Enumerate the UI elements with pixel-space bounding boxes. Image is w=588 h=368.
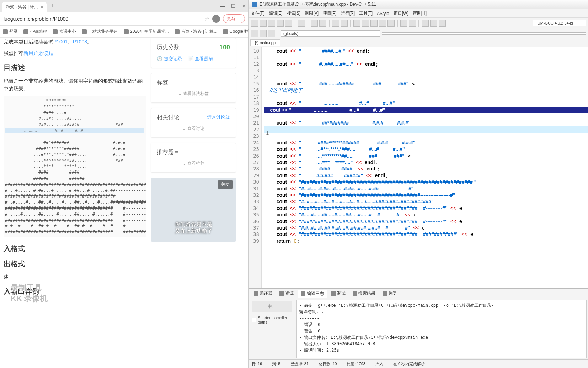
discuss-expand[interactable]: ⌄ 查看讨论 bbox=[157, 126, 230, 132]
menu-astyle[interactable]: AStyle bbox=[377, 11, 389, 16]
menu-project[interactable]: 项目[P] bbox=[323, 10, 337, 16]
compiler-selector[interactable]: TDM-GCC 4.9.2 64-bi bbox=[533, 20, 586, 26]
bookmark-item[interactable]: Google 翻译 bbox=[223, 28, 253, 35]
toolbar-sep bbox=[278, 30, 278, 37]
devcpp-app-icon bbox=[252, 2, 257, 7]
run-icon[interactable] bbox=[362, 20, 369, 27]
url-text[interactable]: luogu.com.cn/problem/P1000 bbox=[4, 16, 202, 22]
save-all-icon[interactable] bbox=[277, 20, 284, 27]
bookmark-goto-icon[interactable] bbox=[268, 30, 275, 37]
tab-close[interactable]: 关闭 bbox=[380, 290, 400, 297]
profile-avatar-icon[interactable] bbox=[212, 15, 220, 23]
bookmark-item[interactable]: 小猿编程 bbox=[23, 28, 47, 35]
profile-icon[interactable] bbox=[400, 20, 407, 27]
problem-sidebar: 历史分数100 🕑 提交记录 📄 查看题解 标签 ⌄ 查看算法标签 相关讨论进入… bbox=[149, 38, 237, 368]
debug-icon[interactable] bbox=[387, 20, 395, 27]
status-bar: 行: 19 列: 5 已选择: 81 总行数: 40 长度: 1793 插入 在… bbox=[249, 359, 588, 368]
tool2-icon[interactable] bbox=[430, 20, 437, 27]
tags-expand[interactable]: ⌄ 查看算法标签 bbox=[157, 91, 230, 97]
shorten-paths-checkbox[interactable]: Shorten compiler paths bbox=[252, 316, 292, 324]
menu-tools[interactable]: 工具[T] bbox=[359, 10, 373, 16]
try-next-text: 完成本题目后继续尝试P1001、P1008。 bbox=[4, 38, 146, 46]
compile-log-text[interactable]: - 命令: g++.exe "E:\赖源劲工作目录\C++代码\devcpp\m… bbox=[296, 300, 587, 358]
chrome-update-button[interactable]: 更新⋮ bbox=[223, 14, 245, 23]
menu-view[interactable]: 视图[V] bbox=[305, 10, 319, 16]
browser-tab[interactable]: 游戏 - 洛谷 | 计... × bbox=[2, 2, 47, 12]
ad-banner[interactable]: 关闭 你们洛谷是不是 又在上新功能了 bbox=[151, 178, 236, 242]
tab-close-icon[interactable]: × bbox=[41, 5, 43, 10]
minimize-icon[interactable]: — bbox=[220, 3, 225, 9]
address-bar: luogu.com.cn/problem/P1000 ☆ 更新⋮ bbox=[0, 12, 248, 26]
print-icon[interactable] bbox=[298, 20, 305, 27]
compile-run-icon[interactable] bbox=[370, 20, 378, 27]
link-p1001[interactable]: P1001 bbox=[53, 39, 68, 44]
tab-search-results[interactable]: 搜索结果 bbox=[350, 290, 378, 297]
bookmark-item[interactable]: 一站式业务平台 bbox=[82, 28, 118, 35]
resources-tab-icon bbox=[279, 291, 284, 296]
tab-compiler[interactable]: 编译器 bbox=[251, 290, 275, 297]
bookmark-star-icon[interactable]: ☆ bbox=[204, 15, 209, 22]
menu-file[interactable]: 文件[F] bbox=[251, 10, 264, 16]
bookmark-icon bbox=[3, 29, 8, 34]
code-editor[interactable]: 10 11 12 13 14 15 16 17 18 19 20 21 22 2… bbox=[249, 47, 588, 288]
menu-edit[interactable]: 编辑[E] bbox=[269, 10, 283, 16]
problem-main: 完成本题目后继续尝试P1001、P1008。 强烈推荐新用户必读贴 目描述 玛丽… bbox=[0, 38, 149, 368]
tab-compile-log[interactable]: 编译日志 bbox=[298, 290, 327, 298]
close-file-icon[interactable] bbox=[285, 20, 292, 27]
rebuild-icon[interactable] bbox=[379, 20, 386, 27]
file-tab-main[interactable]: [*] main.cpp bbox=[250, 39, 280, 46]
new-file-icon[interactable] bbox=[251, 20, 258, 27]
status-parse: 在 0 秒内完成解析 bbox=[393, 361, 425, 367]
tab-resources[interactable]: 资源 bbox=[277, 290, 296, 297]
redo-icon[interactable] bbox=[319, 20, 326, 27]
toolbar-sep bbox=[350, 20, 351, 27]
bookmark-item[interactable]: 2020年春季新课堂... bbox=[124, 28, 169, 35]
output-panel: 编译器 资源 编译日志 调试 搜索结果 关闭 中止 Shorten compil… bbox=[249, 288, 588, 359]
bookmark-item[interactable]: 登录 bbox=[3, 28, 18, 35]
window-controls: — ☐ ✕ bbox=[220, 3, 246, 9]
score-value: 100 bbox=[219, 44, 230, 51]
open-icon[interactable] bbox=[260, 20, 267, 27]
bookmark-item[interactable]: 嘉课中心 bbox=[53, 28, 76, 35]
devcpp-titlebar: E:\赖源劲工作目录\C++代码\devcpp\main.cpp - Dev-C… bbox=[249, 0, 588, 9]
globals-selector[interactable]: (globals) bbox=[281, 30, 380, 37]
link-solution[interactable]: 📄 查看题解 bbox=[188, 56, 214, 62]
new-tab-button[interactable]: + bbox=[50, 2, 54, 10]
ad-close-button[interactable]: 关闭 bbox=[218, 180, 233, 189]
goto-icon[interactable] bbox=[251, 30, 258, 37]
menu-search[interactable]: 搜索[S] bbox=[287, 10, 301, 16]
output-tabs: 编译器 资源 编译日志 调试 搜索结果 关闭 bbox=[249, 289, 588, 298]
save-icon[interactable] bbox=[268, 20, 275, 27]
link-mustread[interactable]: 新用户必读贴 bbox=[23, 50, 53, 56]
bookmark-icon bbox=[223, 29, 228, 34]
shorten-check-input[interactable] bbox=[252, 318, 256, 322]
abort-button[interactable]: 中止 bbox=[252, 301, 292, 312]
tab-debug[interactable]: 调试 bbox=[328, 290, 348, 297]
code-area[interactable]: cout << " ####....#." << endl; cout << "… bbox=[262, 47, 588, 288]
compile-icon[interactable] bbox=[353, 20, 360, 27]
class-selector[interactable] bbox=[382, 32, 586, 35]
maximize-icon[interactable]: ☐ bbox=[231, 3, 236, 9]
tool3-icon[interactable] bbox=[439, 20, 446, 27]
discuss-enter-link[interactable]: 进入讨论版 bbox=[207, 114, 230, 120]
menu-window[interactable]: 窗口[W] bbox=[394, 10, 408, 16]
output-controls: 中止 Shorten compiler paths bbox=[249, 298, 295, 359]
delete-icon[interactable] bbox=[409, 20, 416, 27]
menu-help[interactable]: 帮助[H] bbox=[413, 10, 427, 16]
status-total-lines: 总行数: 40 bbox=[319, 361, 337, 367]
replace-icon[interactable] bbox=[341, 20, 348, 27]
link-submit-record[interactable]: 🕑 提交记录 bbox=[157, 56, 182, 62]
bookmark-toggle-icon[interactable] bbox=[260, 30, 267, 37]
undo-icon[interactable] bbox=[311, 20, 318, 27]
page-content: 完成本题目后继续尝试P1001、P1008。 强烈推荐新用户必读贴 目描述 玛丽… bbox=[0, 38, 248, 368]
recommend-expand[interactable]: ⌄ 查看推荐 bbox=[157, 161, 230, 167]
tool1-icon[interactable] bbox=[422, 20, 429, 27]
link-p1008[interactable]: P1008 bbox=[73, 39, 87, 44]
find-icon[interactable] bbox=[332, 20, 339, 27]
close-icon[interactable]: ✕ bbox=[242, 3, 246, 9]
bookmark-item[interactable]: 首页 - 洛谷 | 计算... bbox=[175, 28, 217, 35]
status-col: 列: 5 bbox=[272, 361, 280, 367]
menu-run[interactable]: 运行[R] bbox=[341, 10, 355, 16]
log-tab-icon bbox=[301, 291, 305, 296]
close-tab-icon bbox=[383, 291, 387, 296]
